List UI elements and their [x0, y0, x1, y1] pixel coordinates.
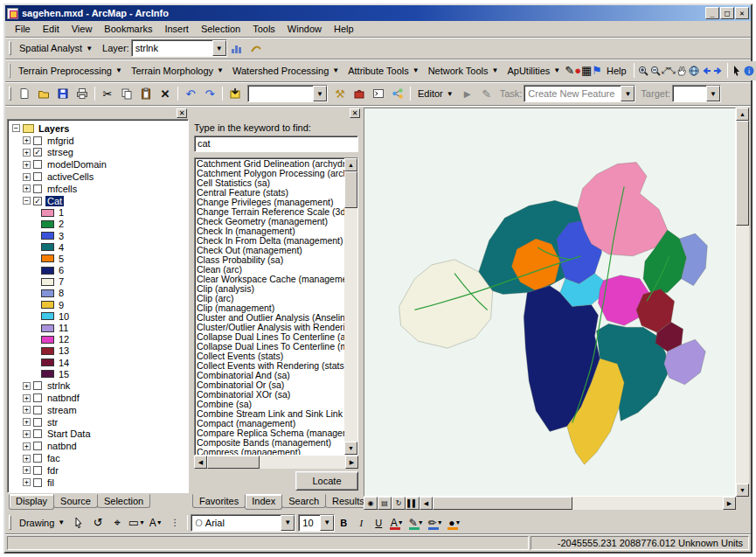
tool-list-item[interactable]: Change Privileges (management): [197, 198, 344, 207]
select-elements-icon[interactable]: [69, 513, 88, 533]
commandline-icon[interactable]: [369, 84, 388, 103]
title-bar[interactable]: sagehen.mxd - ArcMap - ArcInfo _ □ ✕: [5, 5, 751, 21]
tool-list-item[interactable]: Compress (management): [197, 448, 344, 456]
font-combobox[interactable]: OArial ▼: [191, 514, 295, 532]
layer-checkbox[interactable]: [33, 160, 42, 169]
fill-color-button[interactable]: ✎▼: [406, 513, 426, 533]
pan-hand-icon[interactable]: [676, 61, 688, 80]
legend-item[interactable]: 9: [10, 299, 186, 310]
refresh-view-icon[interactable]: ↻: [392, 497, 406, 510]
tab-search[interactable]: Search: [281, 494, 326, 508]
layer-checkbox[interactable]: [33, 136, 42, 145]
tool-list-item[interactable]: Cluster and Outlier Analysis (Anselin Lo…: [197, 313, 344, 323]
toolbar-grip[interactable]: [9, 41, 11, 54]
layer-checkbox[interactable]: [33, 466, 42, 475]
tool-list-item[interactable]: Check Out (management): [197, 246, 344, 255]
layer-row[interactable]: +stream: [10, 404, 186, 416]
marker-color-button[interactable]: ●▼: [445, 513, 464, 533]
layer-row[interactable]: +✓strseg: [10, 147, 186, 159]
layer-label[interactable]: fdr: [45, 465, 60, 476]
legend-swatch[interactable]: [41, 289, 54, 297]
tool-list-item[interactable]: Catchment Grid Delineation (archydro): [197, 159, 344, 169]
tool-list-item[interactable]: Collapse Dual Lines To Centerline (manag…: [197, 342, 344, 352]
tool-list-item[interactable]: Check In From Delta (management): [197, 236, 344, 246]
arctoolbox-icon[interactable]: [350, 84, 369, 103]
cut-icon[interactable]: ✂: [98, 84, 117, 103]
legend-item[interactable]: 13: [10, 345, 186, 357]
layer-row[interactable]: +fil: [10, 477, 186, 489]
layer-row[interactable]: +fdr: [10, 464, 186, 477]
collapse-toggle-icon[interactable]: −: [23, 197, 31, 205]
layer-label[interactable]: Cat: [45, 196, 64, 206]
chevron-down-icon[interactable]: ▼: [212, 40, 226, 56]
layer-combobox[interactable]: strlnk ▼: [131, 39, 227, 57]
tool-list-item[interactable]: Collect Events (stats): [197, 352, 344, 361]
layer-row[interactable]: +activeCells: [10, 171, 186, 183]
back-extent-icon[interactable]: [700, 61, 712, 80]
expand-toggle-icon[interactable]: +: [23, 161, 31, 169]
layer-checkbox[interactable]: ✓: [33, 148, 42, 157]
open-icon[interactable]: [34, 84, 53, 103]
spatial-analyst-menu[interactable]: Spatial Analyst▼: [15, 41, 97, 55]
add-data-icon[interactable]: [225, 84, 245, 103]
layer-checkbox[interactable]: [33, 406, 42, 414]
task-combobox[interactable]: Create New Feature ▼: [524, 85, 635, 102]
bold-button[interactable]: B: [335, 514, 352, 532]
select-elements-icon[interactable]: [731, 61, 743, 80]
tool-list-item[interactable]: Change Terrain Reference Scale (3d): [197, 207, 344, 217]
menu-view[interactable]: View: [66, 22, 99, 36]
layer-checkbox[interactable]: [33, 393, 42, 402]
tool-list-item[interactable]: Collect Events with Rendering (stats): [197, 361, 344, 371]
legend-swatch[interactable]: [41, 312, 54, 320]
tool-list-vscrollbar[interactable]: ▲ ▼: [344, 158, 357, 456]
layer-row[interactable]: +fac: [10, 452, 186, 464]
chevron-down-icon[interactable]: ▼: [320, 515, 334, 531]
tool-list-item[interactable]: Compact (management): [197, 419, 344, 428]
locate-button[interactable]: Locate: [295, 471, 358, 491]
expand-toggle-icon[interactable]: +: [23, 136, 31, 144]
legend-swatch[interactable]: [41, 267, 54, 275]
menu-tools[interactable]: Tools: [246, 22, 281, 36]
layer-label[interactable]: mfgrid: [45, 136, 76, 146]
zoom-out-icon[interactable]: [649, 61, 662, 80]
expand-toggle-icon[interactable]: +: [23, 394, 31, 402]
tool-list-item[interactable]: Collapse Dual Lines To Centerline (arc): [197, 332, 344, 342]
tool-list-item[interactable]: Cell Statistics (sa): [197, 178, 344, 188]
tool-list-item[interactable]: Central Feature (stats): [197, 188, 344, 198]
scroll-down-icon[interactable]: ▼: [736, 484, 749, 497]
scroll-up-icon[interactable]: ▲: [344, 158, 357, 171]
legend-swatch[interactable]: [41, 232, 54, 240]
legend-swatch[interactable]: [41, 243, 54, 251]
paste-icon[interactable]: [136, 84, 156, 103]
tool-list-item[interactable]: Catchment Polygon Processing (archydro): [197, 169, 344, 178]
scrollbar-thumb[interactable]: [433, 497, 572, 510]
close-icon[interactable]: ✕: [177, 108, 187, 118]
font-size-combobox[interactable]: 10 ▼: [298, 514, 335, 532]
tab-display[interactable]: Display: [9, 494, 54, 510]
undo-icon[interactable]: ↶: [181, 84, 200, 103]
italic-button[interactable]: I: [352, 514, 370, 532]
legend-item[interactable]: 14: [10, 357, 186, 368]
layer-label[interactable]: fil: [45, 477, 56, 488]
menu-edit[interactable]: Edit: [37, 22, 66, 36]
expand-toggle-icon[interactable]: +: [23, 149, 31, 157]
layer-label[interactable]: fac: [45, 453, 62, 463]
hydro-menu-network-tools[interactable]: Network Tools▼: [424, 64, 503, 78]
chevron-down-icon[interactable]: ▼: [621, 86, 635, 101]
layer-row[interactable]: +mfgrid: [10, 135, 186, 147]
tool-list-item[interactable]: Clip (analysis): [197, 284, 344, 294]
tool-list-hscrollbar[interactable]: ◀ ▶: [194, 456, 358, 469]
tool-list-item[interactable]: Compare Replica Schema (management): [197, 428, 344, 438]
vertex-edit-icon[interactable]: ⋮: [165, 513, 184, 533]
legend-swatch[interactable]: [41, 301, 54, 309]
layer-label[interactable]: strseg: [45, 147, 75, 157]
scroll-left-icon[interactable]: ◀: [194, 456, 207, 469]
layer-label[interactable]: modelDomain: [45, 159, 108, 170]
layer-label[interactable]: strlnk: [45, 380, 72, 391]
shape-tool-icon[interactable]: ▭▼: [127, 513, 146, 533]
layer-checkbox[interactable]: [33, 185, 42, 193]
layer-label[interactable]: stream: [45, 405, 79, 415]
tab-source[interactable]: Source: [53, 494, 98, 508]
modelbuilder-icon[interactable]: [388, 84, 407, 103]
collapse-toggle-icon[interactable]: −: [12, 124, 20, 132]
